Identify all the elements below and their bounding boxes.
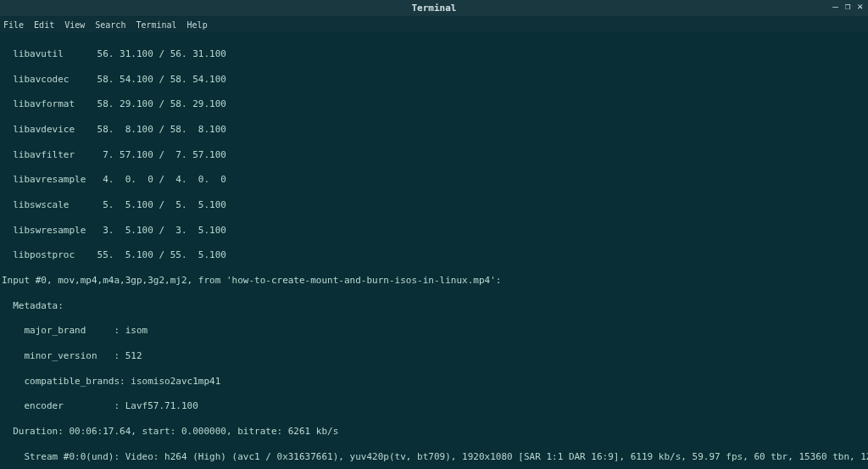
- menu-edit[interactable]: Edit: [34, 20, 54, 30]
- output-line: Metadata:: [2, 300, 866, 313]
- menu-terminal[interactable]: Terminal: [136, 20, 176, 30]
- output-line: Duration: 00:06:17.64, start: 0.000000, …: [2, 426, 866, 438]
- output-line: Stream #0:0(und): Video: h264 (High) (av…: [2, 451, 866, 464]
- terminal-output[interactable]: libavutil 56. 31.100 / 56. 31.100 libavc…: [0, 32, 868, 469]
- output-line: major_brand : isom: [2, 325, 866, 338]
- output-line: libavfilter 7. 57.100 / 7. 57.100: [2, 149, 866, 162]
- output-line: libavdevice 58. 8.100 / 58. 8.100: [2, 124, 866, 137]
- menu-search[interactable]: Search: [95, 20, 125, 30]
- output-line: minor_version : 512: [2, 350, 866, 363]
- window-title: Terminal: [412, 3, 457, 14]
- menu-view[interactable]: View: [64, 20, 85, 30]
- titlebar: Terminal – ❐ ✕: [0, 0, 868, 17]
- menubar: File Edit View Search Terminal Help: [0, 17, 868, 32]
- output-line: compatible_brands: isomiso2avc1mp41: [2, 376, 866, 388]
- output-line: libpostproc 55. 5.100 / 55. 5.100: [2, 249, 866, 262]
- output-line: encoder : Lavf57.71.100: [2, 400, 866, 413]
- output-line: libavformat 58. 29.100 / 58. 29.100: [2, 98, 866, 111]
- menu-help[interactable]: Help: [187, 20, 208, 30]
- menu-file[interactable]: File: [3, 20, 24, 30]
- close-icon[interactable]: ✕: [857, 2, 863, 11]
- output-line: libavresample 4. 0. 0 / 4. 0. 0: [2, 174, 866, 187]
- output-line: libswresample 3. 5.100 / 3. 5.100: [2, 225, 866, 237]
- window-controls: – ❐ ✕: [832, 2, 863, 11]
- maximize-icon[interactable]: ❐: [845, 2, 851, 11]
- output-line: Input #0, mov,mp4,m4a,3gp,3g2,mj2, from …: [2, 275, 866, 288]
- minimize-icon[interactable]: –: [832, 2, 838, 11]
- output-line: libavcodec 58. 54.100 / 58. 54.100: [2, 74, 866, 87]
- output-line: libavutil 56. 31.100 / 56. 31.100: [2, 48, 866, 61]
- output-line: libswscale 5. 5.100 / 5. 5.100: [2, 199, 866, 212]
